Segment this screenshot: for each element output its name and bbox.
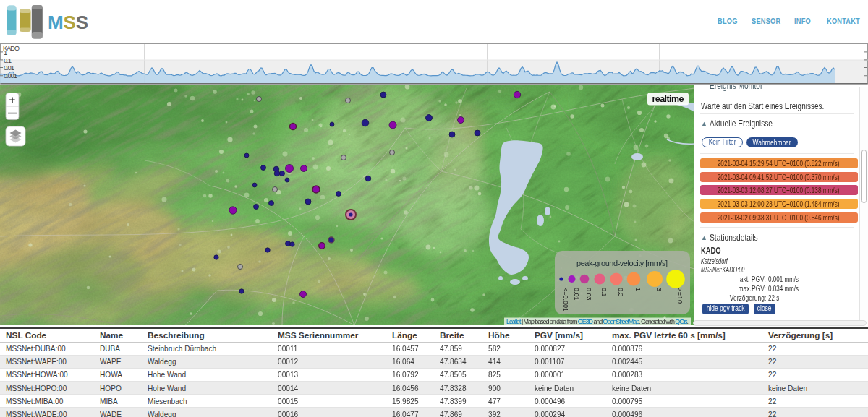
svg-text:1: 1 — [634, 288, 642, 291]
svg-text:Leaflet | Map based on data fr: Leaflet | Map based on data from OE3D an… — [506, 318, 689, 325]
svg-text:peak-ground-velocity [mm/s]: peak-ground-velocity [mm/s] — [576, 259, 668, 267]
svg-text:0.1: 0.1 — [4, 56, 12, 64]
svg-text:3: 3 — [655, 288, 663, 291]
svg-text:0.01: 0.01 — [4, 64, 14, 72]
svg-text:<=0.001: <=0.001 — [562, 288, 569, 311]
svg-text:MSS: MSS — [48, 12, 89, 33]
svg-text:realtime: realtime — [652, 94, 684, 104]
svg-text:0.1: 0.1 — [600, 288, 608, 297]
svg-text:0.001: 0.001 — [4, 72, 17, 79]
svg-text:+: + — [9, 93, 16, 106]
svg-text:0.3: 0.3 — [617, 288, 624, 297]
svg-text:>=10: >=10 — [676, 288, 684, 304]
svg-text:0.01: 0.01 — [573, 288, 580, 301]
svg-text:1: 1 — [4, 48, 7, 56]
svg-text:0.03: 0.03 — [585, 288, 592, 301]
